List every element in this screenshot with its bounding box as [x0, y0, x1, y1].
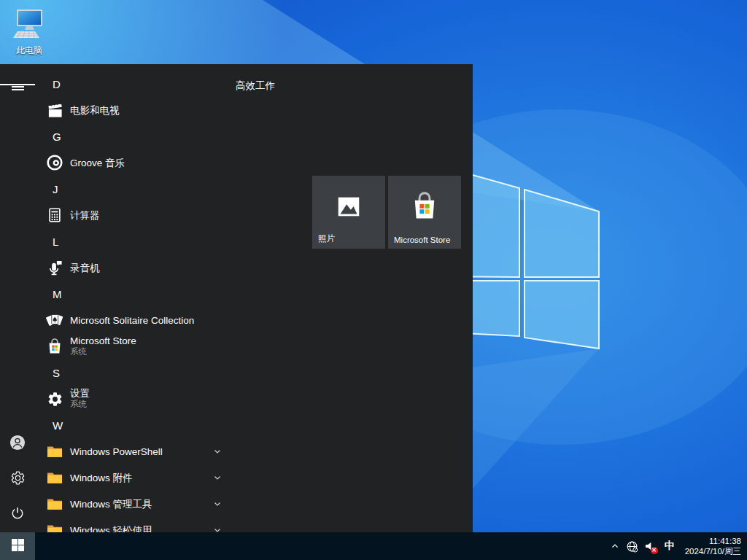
app-item-label: 录音机: [70, 262, 100, 273]
start-menu-rail: [0, 64, 35, 532]
section-header-l[interactable]: L: [35, 228, 232, 254]
app-item-voice-recorder[interactable]: 录音机: [35, 254, 232, 281]
tile-label: Microsoft Store: [394, 236, 450, 244]
clock-time: 11:41:38: [685, 536, 741, 546]
section-letter: S: [53, 367, 60, 379]
section-header-d[interactable]: D: [35, 71, 232, 97]
app-item-label: 设置 系统: [70, 388, 90, 410]
folder-item-windows-admin-tools[interactable]: Windows 管理工具: [35, 491, 232, 517]
tile-microsoft-store[interactable]: Microsoft Store: [388, 176, 461, 249]
taskbar: ✕ 中 11:41:38 2024/7/10/周三: [0, 532, 747, 560]
windows-logo-icon: [12, 539, 24, 554]
globe-no-internet-icon[interactable]: [624, 532, 641, 560]
folder-icon: [46, 495, 63, 513]
app-item-settings[interactable]: 设置 系统: [35, 386, 232, 412]
section-letter: M: [53, 288, 62, 300]
folder-item-label: Windows 轻松使用: [70, 525, 152, 533]
power-icon[interactable]: [0, 497, 35, 529]
app-item-label: Microsoft Store 系统: [70, 335, 136, 357]
voice-recorder-icon: [46, 259, 63, 276]
app-list: D 电影和电视 G: [35, 71, 232, 532]
photos-icon: [335, 192, 363, 223]
calculator-icon: [46, 206, 63, 224]
folder-item-windows-accessories[interactable]: Windows 附件: [35, 464, 232, 491]
solitaire-icon: [46, 311, 63, 329]
folder-item-windows-powershell[interactable]: Windows PowerShell: [35, 438, 232, 464]
section-letter: G: [53, 131, 61, 143]
section-letter: W: [53, 419, 63, 432]
user-avatar-icon[interactable]: [0, 427, 35, 459]
chevron-down-icon[interactable]: [213, 447, 222, 456]
tile-photos[interactable]: 照片: [312, 176, 385, 249]
ime-indicator[interactable]: 中: [659, 532, 681, 560]
app-item-label: Groove 音乐: [70, 158, 125, 168]
windows-desktop: 此电脑: [0, 0, 747, 560]
mute-badge: ✕: [651, 547, 658, 554]
desktop-icon-this-pc[interactable]: 此电脑: [7, 6, 51, 57]
start-menu: D 电影和电视 G: [0, 64, 473, 532]
chevron-down-icon[interactable]: [213, 499, 222, 508]
app-item-label: 电影和电视: [70, 105, 120, 116]
folder-icon: [46, 521, 63, 532]
folder-icon: [46, 469, 63, 486]
section-letter: J: [53, 183, 58, 195]
groove-music-icon: [46, 154, 63, 171]
folder-item-label: Windows 附件: [70, 472, 133, 483]
app-item-microsoft-store[interactable]: Microsoft Store 系统: [35, 333, 232, 359]
folder-item-label: Windows 管理工具: [70, 499, 152, 510]
section-header-g[interactable]: G: [35, 123, 232, 149]
app-item-groove-music[interactable]: Groove 音乐: [35, 149, 232, 176]
speaker-muted-icon[interactable]: ✕: [641, 532, 659, 560]
app-item-sublabel: 系统: [70, 399, 90, 410]
app-item-sublabel: 系统: [70, 346, 136, 357]
section-letter: L: [53, 236, 58, 248]
app-item-label: Microsoft Solitaire Collection: [70, 315, 194, 326]
clock-date: 2024/7/10/周三: [685, 546, 741, 556]
section-header-w[interactable]: W: [35, 412, 232, 438]
start-button[interactable]: [0, 532, 35, 560]
folder-icon: [46, 443, 63, 460]
app-item-solitaire[interactable]: Microsoft Solitaire Collection: [35, 307, 232, 333]
system-tray: ✕ 中 11:41:38 2024/7/10/周三: [606, 532, 747, 560]
tile-label: 照片: [318, 233, 335, 244]
this-pc-icon: [12, 31, 47, 43]
desktop-icon-label: 此电脑: [7, 44, 51, 57]
tile-group-title[interactable]: 高效工作: [236, 79, 275, 93]
store-bag-icon: [46, 338, 63, 355]
section-letter: D: [53, 78, 61, 90]
taskbar-clock[interactable]: 11:41:38 2024/7/10/周三: [681, 536, 747, 556]
chevron-up-icon[interactable]: [606, 532, 624, 560]
app-item-calculator[interactable]: 计算器: [35, 202, 232, 228]
chevron-down-icon[interactable]: [213, 473, 222, 482]
folder-item-windows-ease-of-access[interactable]: Windows 轻松使用: [35, 517, 232, 532]
app-item-movies-tv[interactable]: 电影和电视: [35, 97, 232, 123]
section-header-s[interactable]: S: [35, 359, 232, 386]
app-item-label: 计算器: [70, 210, 100, 221]
gear-icon[interactable]: [0, 462, 35, 494]
store-bag-icon: [409, 190, 441, 225]
folder-item-label: Windows PowerShell: [70, 446, 163, 457]
movies-tv-icon: [46, 101, 63, 119]
section-header-j[interactable]: J: [35, 176, 232, 202]
chevron-down-icon[interactable]: [213, 526, 222, 532]
gear-icon: [46, 390, 63, 408]
hamburger-icon[interactable]: [0, 69, 35, 101]
section-header-m[interactable]: M: [35, 281, 232, 307]
